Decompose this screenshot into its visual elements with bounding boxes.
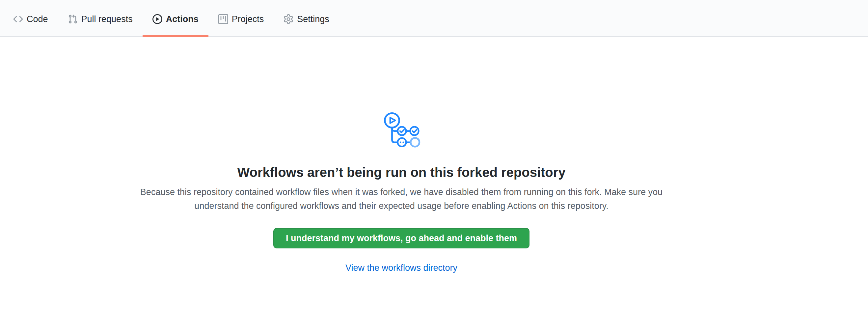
tab-code[interactable]: Code — [3, 0, 58, 36]
git-pull-request-icon — [68, 14, 78, 24]
tab-projects-label: Projects — [232, 15, 264, 24]
project-icon — [218, 14, 228, 24]
gear-icon — [283, 14, 293, 24]
tab-actions[interactable]: Actions — [143, 0, 209, 36]
tab-settings-label: Settings — [297, 15, 329, 24]
play-icon — [152, 14, 162, 24]
actions-disabled-page: Workflows aren’t being run on this forke… — [0, 37, 803, 273]
repo-tab-nav: Code Pull requests Actions Projects Sett… — [0, 0, 868, 37]
tab-pull-requests-label: Pull requests — [81, 15, 133, 24]
tab-code-label: Code — [27, 15, 48, 24]
tab-settings[interactable]: Settings — [274, 0, 339, 36]
code-icon — [13, 14, 23, 24]
view-workflows-directory-link[interactable]: View the workflows directory — [345, 263, 457, 273]
enable-workflows-button[interactable]: I understand my workflows, go ahead and … — [273, 228, 529, 248]
blankslate-description: Because this repository contained workfl… — [131, 185, 672, 213]
tab-actions-label: Actions — [166, 15, 198, 24]
page-title: Workflows aren’t being run on this forke… — [237, 165, 565, 180]
workflow-graph-icon — [382, 110, 421, 148]
blankslate: Workflows aren’t being run on this forke… — [0, 37, 803, 273]
tab-projects[interactable]: Projects — [209, 0, 274, 36]
tab-pull-requests[interactable]: Pull requests — [58, 0, 143, 36]
